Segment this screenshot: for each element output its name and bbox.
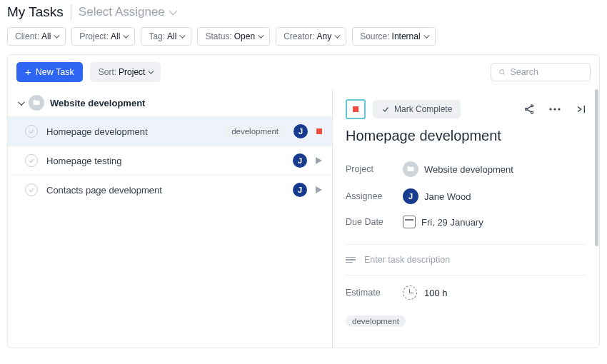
meta-label: Assignee — [346, 191, 403, 201]
svg-point-0 — [500, 70, 504, 74]
stop-icon — [353, 106, 358, 112]
group-header[interactable]: Website development — [8, 89, 332, 116]
meta-project: Project Website development — [346, 156, 586, 183]
assignee-avatar: J — [403, 188, 418, 204]
task-row[interactable]: Contacts page development J — [8, 175, 332, 204]
stop-timer-icon[interactable] — [316, 128, 322, 134]
svg-point-2 — [531, 105, 533, 107]
project-name: Website development — [424, 164, 513, 175]
mark-complete-button[interactable]: Mark Complete — [373, 100, 461, 118]
sort-value: Project — [119, 67, 145, 77]
svg-point-7 — [549, 108, 551, 110]
filter-label: Client: — [15, 31, 39, 41]
mark-complete-label: Mark Complete — [394, 104, 452, 114]
sort-selector[interactable]: Sort: Project — [90, 62, 161, 82]
filter-client[interactable]: Client: All — [7, 27, 66, 46]
check-icon — [381, 105, 390, 113]
task-row[interactable]: Homepage testing J — [8, 146, 332, 175]
tags-row: development — [346, 315, 586, 327]
toolbar: + New Task Sort: Project — [8, 55, 599, 89]
meta-label: Project — [346, 164, 403, 174]
svg-line-5 — [527, 106, 531, 108]
task-list: Website development Homepage development… — [8, 89, 333, 348]
svg-point-8 — [553, 108, 556, 110]
start-timer-icon[interactable] — [316, 157, 322, 164]
calendar-icon — [403, 216, 416, 228]
share-icon[interactable] — [523, 103, 535, 115]
filter-label: Project: — [79, 31, 109, 41]
meta-assignee: Assignee J Jane Wood — [346, 183, 586, 210]
complete-toggle-icon[interactable] — [25, 125, 38, 138]
svg-line-6 — [527, 110, 531, 112]
split-view: Website development Homepage development… — [8, 89, 599, 348]
assignee-avatar: J — [293, 153, 307, 168]
complete-toggle-icon[interactable] — [25, 183, 38, 196]
chevron-down-icon — [149, 68, 154, 74]
filter-source[interactable]: Source: Internal — [352, 27, 435, 46]
divider — [71, 4, 71, 20]
task-tag: development — [225, 126, 285, 137]
assignee-selector[interactable]: Select Assignee — [79, 5, 175, 19]
filter-value: All — [41, 31, 51, 41]
timer-button[interactable] — [346, 99, 366, 119]
page-header: My Tasks Select Assignee — [0, 0, 607, 23]
svg-point-4 — [531, 111, 533, 113]
new-task-label: New Task — [36, 67, 74, 77]
collapse-panel-icon[interactable] — [575, 103, 586, 115]
page-title: My Tasks — [7, 4, 64, 20]
filter-label: Tag: — [149, 31, 165, 41]
chevron-down-icon — [124, 32, 129, 38]
clock-icon — [403, 285, 417, 300]
search-icon — [498, 68, 506, 76]
new-task-button[interactable]: + New Task — [16, 62, 83, 82]
meta-due-date: Due Date Fri, 29 January — [346, 210, 586, 234]
filter-project[interactable]: Project: All — [71, 27, 135, 46]
chevron-down-icon — [334, 32, 340, 38]
task-name: Homepage development — [46, 126, 148, 137]
filter-value: Any — [317, 31, 332, 41]
chevron-down-icon — [258, 32, 264, 38]
meta-estimate: Estimate 100 h — [346, 275, 586, 300]
project-link[interactable]: Website development — [403, 161, 513, 177]
filter-tag[interactable]: Tag: All — [141, 27, 191, 46]
svg-point-9 — [558, 108, 560, 110]
group-name: Website development — [50, 98, 145, 108]
filter-value: Internal — [392, 31, 421, 41]
tag-chip[interactable]: development — [346, 315, 406, 327]
estimate-value[interactable]: 100 h — [424, 288, 448, 298]
assignee-selector-label: Select Assignee — [79, 5, 165, 19]
filter-status[interactable]: Status: Open — [197, 27, 270, 46]
filter-creator[interactable]: Creator: Any — [276, 27, 346, 46]
chevron-down-icon — [169, 7, 177, 15]
filter-bar: Client: All Project: All Tag: All Status… — [0, 23, 607, 54]
description-field[interactable]: Enter task description — [346, 244, 586, 265]
assignee-avatar: J — [294, 124, 308, 138]
chevron-down-icon — [18, 98, 25, 106]
sort-label: Sort: — [99, 67, 116, 77]
assignee-link[interactable]: J Jane Wood — [403, 188, 471, 204]
filter-label: Status: — [205, 31, 231, 41]
filter-value: All — [167, 31, 176, 41]
main-panel: + New Task Sort: Project Website develop… — [7, 54, 600, 348]
meta-label: Estimate — [346, 288, 403, 298]
folder-icon — [403, 161, 418, 177]
search-input[interactable] — [510, 67, 583, 77]
folder-icon — [29, 95, 44, 111]
filter-label: Source: — [360, 31, 389, 41]
task-name: Contacts page development — [46, 185, 162, 196]
detail-toolbar: Mark Complete — [346, 99, 586, 119]
scrollbar[interactable] — [595, 89, 598, 246]
task-row[interactable]: Homepage development development J — [8, 116, 332, 146]
search-box[interactable] — [491, 63, 591, 81]
svg-line-1 — [503, 74, 505, 75]
description-icon — [346, 257, 356, 263]
description-placeholder: Enter task description — [364, 255, 450, 265]
start-timer-icon[interactable] — [316, 186, 322, 193]
due-date-value: Fri, 29 January — [421, 217, 483, 228]
meta-label: Due Date — [346, 217, 403, 227]
detail-title[interactable]: Homepage development — [346, 128, 586, 144]
due-date-picker[interactable]: Fri, 29 January — [403, 216, 483, 228]
more-icon[interactable] — [549, 108, 561, 111]
complete-toggle-icon[interactable] — [25, 154, 38, 167]
chevron-down-icon — [423, 32, 429, 38]
